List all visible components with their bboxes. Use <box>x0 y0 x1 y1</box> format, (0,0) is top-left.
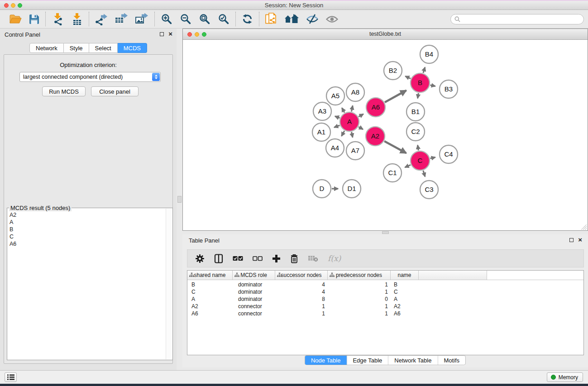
task-history-button[interactable] <box>5 372 17 382</box>
tab-mcds[interactable]: MCDS <box>118 43 147 53</box>
hide-panel-icon[interactable] <box>306 14 319 24</box>
close-table-panel-icon[interactable]: × <box>578 236 582 244</box>
column-header-name[interactable]: name <box>391 271 419 280</box>
network-maximize-icon[interactable] <box>202 32 206 37</box>
mcds-result-item[interactable]: A6 <box>8 240 165 248</box>
graph-node-label-B2: B2 <box>389 67 397 74</box>
mcds-result-item[interactable]: C <box>8 233 165 240</box>
export-network-icon[interactable] <box>95 13 108 25</box>
graph-node-label-B1: B1 <box>411 108 420 115</box>
column-header-shared-name[interactable]: shared name <box>187 271 233 280</box>
table-panel-title: Table Panel <box>189 237 220 244</box>
minimize-window-icon[interactable] <box>11 3 15 8</box>
float-panel-icon[interactable] <box>160 32 164 36</box>
open-file-icon[interactable] <box>10 14 22 24</box>
network-minimize-icon[interactable] <box>195 32 199 37</box>
table-row[interactable]: Adominator80A <box>187 295 583 303</box>
table-row[interactable]: A6connector11A6 <box>187 310 583 317</box>
criterion-select[interactable]: largest connected component (directed) <box>19 72 161 82</box>
table-settings-icon[interactable] <box>195 254 205 263</box>
graph-edge-C-C4[interactable] <box>430 157 435 158</box>
zoom-selected-icon[interactable] <box>218 13 229 25</box>
tab-network[interactable]: Network <box>29 43 64 53</box>
table-cell: 1 <box>328 289 391 295</box>
tab-node-table[interactable]: Node Table <box>305 356 347 365</box>
delete-column-icon[interactable] <box>290 254 298 263</box>
search-input[interactable] <box>463 16 580 23</box>
graph-edge-C-C2[interactable] <box>418 145 419 151</box>
graph-edge-A6-B[interactable] <box>385 91 406 102</box>
mcds-result-item[interactable]: A2 <box>8 211 165 219</box>
network-canvas[interactable]: AA1A3A4A5A7A8A6A2BB1B2B3B4CC1C2C3C4DD1 <box>183 40 588 230</box>
search-field[interactable] <box>450 14 584 24</box>
table-cell: A2 <box>187 303 233 310</box>
tab-network-table[interactable]: Network Table <box>388 356 437 365</box>
table-row[interactable]: A2connector11A2 <box>187 303 583 310</box>
graph-node-label-A4: A4 <box>331 144 339 152</box>
tab-edge-table[interactable]: Edge Table <box>346 356 388 365</box>
column-header-predecessor-nodes[interactable]: predecessor nodes <box>328 271 391 280</box>
zoom-fit-icon[interactable] <box>199 13 210 25</box>
add-column-icon[interactable] <box>272 254 281 263</box>
horizontal-splitter-grip[interactable] <box>382 231 389 234</box>
close-panel-icon[interactable]: × <box>168 30 172 38</box>
table-row[interactable]: Bdominator41B <box>187 281 583 288</box>
close-panel-button[interactable]: Close panel <box>91 86 139 96</box>
import-network-icon[interactable] <box>52 13 64 25</box>
graph-edge-A2-C[interactable] <box>384 141 406 153</box>
table-row[interactable]: Cdominator41C <box>187 288 583 295</box>
deselect-all-rows-icon[interactable] <box>253 256 263 261</box>
delete-table-icon[interactable] <box>308 255 318 262</box>
graph-edge-A-A1[interactable] <box>334 125 339 128</box>
export-image-icon[interactable] <box>135 13 148 25</box>
import-table-icon[interactable] <box>71 13 83 25</box>
close-window-icon[interactable] <box>4 3 9 8</box>
graph-edge-A-A7[interactable] <box>352 132 353 138</box>
zoom-out-icon[interactable] <box>180 13 191 25</box>
zoom-in-icon[interactable] <box>161 13 172 25</box>
graph-edge-B-B4[interactable] <box>423 67 425 73</box>
graph-edge-A-A5[interactable] <box>342 108 344 112</box>
result-list-scrollbar[interactable] <box>166 209 172 359</box>
graph-edge-B-B2[interactable] <box>405 76 411 78</box>
maximize-window-icon[interactable] <box>18 3 22 8</box>
refresh-layout-icon[interactable] <box>242 14 253 24</box>
tab-select[interactable]: Select <box>89 43 118 53</box>
column-header-successor-nodes[interactable]: successor nodes <box>275 271 328 280</box>
resize-gripper-icon[interactable] <box>581 224 587 230</box>
graph-edge-A-A4[interactable] <box>342 131 344 136</box>
table-cell: 1 <box>275 310 328 317</box>
network-close-icon[interactable] <box>187 32 192 37</box>
function-builder-icon[interactable]: f(x) <box>328 254 341 263</box>
graph-edge-B-B1[interactable] <box>418 93 419 99</box>
graph-edge-C-C3[interactable] <box>423 171 425 176</box>
tab-motifs[interactable]: Motifs <box>437 356 465 365</box>
export-table-icon[interactable] <box>115 13 128 25</box>
network-graph[interactable]: AA1A3A4A5A7A8A6A2BB1B2B3B4CC1C2C3C4DD1 <box>183 40 588 230</box>
duplicate-network-icon[interactable] <box>265 13 277 25</box>
memory-button[interactable]: Memory <box>547 372 583 382</box>
mcds-result-item[interactable]: A <box>8 219 165 226</box>
column-visibility-icon[interactable] <box>214 254 223 263</box>
graph-edge-A-A6[interactable] <box>359 114 363 117</box>
graph-node-label-C2: C2 <box>411 128 420 135</box>
table-cell: 4 <box>275 281 328 288</box>
show-all-networks-icon[interactable] <box>285 14 299 24</box>
table-cell: A2 <box>391 303 419 310</box>
node-table[interactable]: shared nameMCDS rolesuccessor nodesprede… <box>187 270 584 355</box>
graph-edge-A-A8[interactable] <box>352 105 353 111</box>
mcds-result-item[interactable]: B <box>8 226 165 233</box>
graph-edge-A-A2[interactable] <box>359 127 363 129</box>
save-session-icon[interactable] <box>29 14 39 24</box>
run-mcds-button[interactable]: Run MCDS <box>42 86 86 96</box>
column-header-MCDS-role[interactable]: MCDS role <box>233 271 275 280</box>
show-panel-icon[interactable] <box>326 15 338 24</box>
graph-node-label-A7: A7 <box>351 147 359 154</box>
select-all-rows-icon[interactable] <box>233 256 243 261</box>
vertical-splitter-grip[interactable] <box>177 196 182 203</box>
float-table-panel-icon[interactable] <box>569 238 574 242</box>
graph-edge-C-C1[interactable] <box>405 165 410 167</box>
tab-style[interactable]: Style <box>64 43 89 53</box>
graph-edge-B-B3[interactable] <box>430 85 435 86</box>
graph-edge-A-A3[interactable] <box>335 116 339 118</box>
